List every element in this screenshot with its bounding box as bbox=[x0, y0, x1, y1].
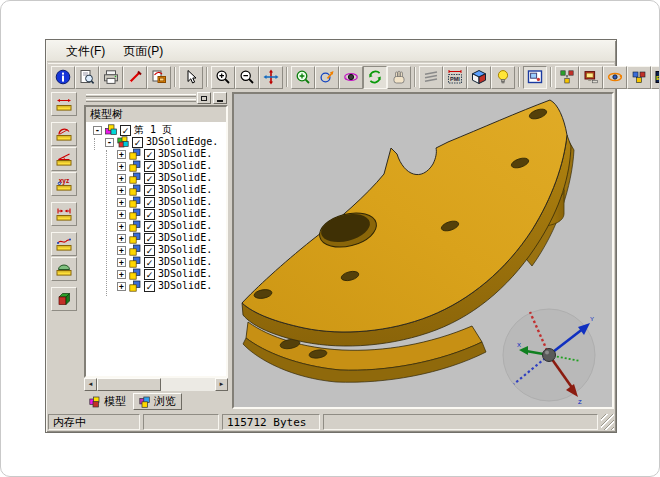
tree-horizontal-scrollbar[interactable]: ◄ ► bbox=[84, 378, 228, 391]
viewport-3d[interactable]: X Y Z bbox=[232, 92, 614, 409]
expand-icon[interactable]: + bbox=[117, 198, 126, 207]
bom-button[interactable]: BOM bbox=[651, 66, 660, 89]
part-icon bbox=[129, 256, 141, 268]
animation-button[interactable] bbox=[603, 66, 627, 89]
tab-model[interactable]: 模型 bbox=[84, 393, 131, 410]
measure-volume-button[interactable] bbox=[51, 287, 77, 311]
expand-icon[interactable]: + bbox=[117, 222, 126, 231]
measure-coordinate-button[interactable]: xyz bbox=[51, 172, 77, 196]
print-preview-icon bbox=[79, 69, 95, 85]
expand-icon[interactable]: + bbox=[117, 186, 126, 195]
pmi-button[interactable]: PMI bbox=[443, 66, 467, 89]
explode-button[interactable] bbox=[555, 66, 579, 89]
pan-button[interactable] bbox=[387, 66, 411, 89]
visibility-checkbox[interactable]: ✓ bbox=[120, 125, 131, 136]
viewport-mode-button[interactable] bbox=[523, 66, 547, 89]
visibility-checkbox[interactable]: ✓ bbox=[144, 161, 155, 172]
measure-gap-icon bbox=[56, 206, 72, 222]
part-icon bbox=[129, 196, 141, 208]
menu-page[interactable]: 页面(P) bbox=[114, 41, 172, 62]
bom-icon: BOM bbox=[655, 69, 660, 85]
tree-item-part[interactable]: +✓3DSolidE. bbox=[86, 220, 226, 232]
toolbar-separator bbox=[550, 67, 552, 87]
scroll-left-button[interactable]: ◄ bbox=[84, 378, 97, 391]
tree-item-part[interactable]: +✓3DSolidE. bbox=[86, 184, 226, 196]
tree-item-part[interactable]: +✓3DSolidE. bbox=[86, 244, 226, 256]
zoom-dynamic-button[interactable] bbox=[315, 66, 339, 89]
measure-curve-button[interactable] bbox=[51, 232, 77, 256]
about-button[interactable] bbox=[51, 66, 75, 89]
expand-icon[interactable]: + bbox=[117, 234, 126, 243]
resize-grip[interactable] bbox=[601, 414, 614, 430]
scroll-thumb[interactable] bbox=[97, 378, 161, 391]
pan-arrows-icon bbox=[263, 69, 279, 85]
layers-button[interactable] bbox=[419, 66, 443, 89]
zoom-out-button[interactable] bbox=[235, 66, 259, 89]
tree-item-part[interactable]: +✓3DSolidE. bbox=[86, 148, 226, 160]
tree-item-label: 3DSolidE. bbox=[158, 256, 212, 268]
visibility-checkbox[interactable]: ✓ bbox=[144, 209, 155, 220]
visibility-checkbox[interactable]: ✓ bbox=[144, 221, 155, 232]
expand-icon[interactable]: + bbox=[117, 150, 126, 159]
tree-item-part[interactable]: +✓3DSolidE. bbox=[86, 208, 226, 220]
measure-area-button[interactable] bbox=[51, 257, 77, 281]
zoom-fit-button[interactable] bbox=[259, 66, 283, 89]
tree-item-label: 第 1 页 bbox=[134, 124, 172, 136]
measure-gap-button[interactable] bbox=[51, 202, 77, 226]
measure-distance-button[interactable] bbox=[51, 92, 77, 116]
pane-gripper bbox=[86, 99, 196, 102]
spin-button[interactable] bbox=[363, 66, 387, 89]
lighting-button[interactable] bbox=[491, 66, 515, 89]
rotate-view-button[interactable] bbox=[339, 66, 363, 89]
visibility-checkbox[interactable]: ✓ bbox=[144, 149, 155, 160]
tree-item-label: 3DSolidE. bbox=[158, 148, 212, 160]
tree-item-part[interactable]: +✓3DSolidE. bbox=[86, 196, 226, 208]
tree-item-assembly[interactable]: -✓3DSolidEdge. bbox=[86, 136, 226, 148]
view-3d-button[interactable] bbox=[467, 66, 491, 89]
expand-icon[interactable]: + bbox=[117, 210, 126, 219]
visibility-checkbox[interactable]: ✓ bbox=[144, 185, 155, 196]
visibility-checkbox[interactable]: ✓ bbox=[144, 173, 155, 184]
select-button[interactable] bbox=[179, 66, 203, 89]
expand-icon[interactable]: + bbox=[117, 258, 126, 267]
zoom-in-button[interactable] bbox=[211, 66, 235, 89]
visibility-checkbox[interactable]: ✓ bbox=[144, 233, 155, 244]
measure-radius-button[interactable] bbox=[51, 122, 77, 146]
workstation-button[interactable] bbox=[579, 66, 603, 89]
print-button[interactable] bbox=[99, 66, 123, 89]
tree-item-page[interactable]: -✓第 1 页 bbox=[86, 124, 226, 136]
assembly-button[interactable] bbox=[627, 66, 651, 89]
part-icon bbox=[129, 184, 141, 196]
snapshot-button[interactable] bbox=[147, 66, 171, 89]
expand-icon[interactable]: + bbox=[117, 174, 126, 183]
tab-browse[interactable]: 浏览 bbox=[133, 393, 182, 410]
print-preview-button[interactable] bbox=[75, 66, 99, 89]
tree-item-part[interactable]: +✓3DSolidE. bbox=[86, 256, 226, 268]
annotate-button[interactable] bbox=[123, 66, 147, 89]
zoom-window-button[interactable] bbox=[291, 66, 315, 89]
visibility-checkbox[interactable]: ✓ bbox=[144, 245, 155, 256]
visibility-checkbox[interactable]: ✓ bbox=[144, 281, 155, 292]
measure-angle-button[interactable] bbox=[51, 147, 77, 171]
collapse-icon[interactable]: - bbox=[93, 126, 102, 135]
visibility-checkbox[interactable]: ✓ bbox=[144, 257, 155, 268]
expand-icon[interactable]: + bbox=[117, 246, 126, 255]
visibility-checkbox[interactable]: ✓ bbox=[144, 197, 155, 208]
expand-icon[interactable]: + bbox=[117, 282, 126, 291]
scroll-right-button[interactable]: ► bbox=[215, 378, 228, 391]
tree-item-part[interactable]: +✓3DSolidE. bbox=[86, 280, 226, 292]
tree-item-part[interactable]: +✓3DSolidE. bbox=[86, 232, 226, 244]
expand-icon[interactable]: + bbox=[117, 270, 126, 279]
check-icon: ✓ bbox=[146, 150, 154, 160]
tree-item-part[interactable]: +✓3DSolidE. bbox=[86, 172, 226, 184]
visibility-checkbox[interactable]: ✓ bbox=[132, 137, 143, 148]
menu-file[interactable]: 文件(F) bbox=[57, 41, 114, 62]
tree-item-part[interactable]: +✓3DSolidE. bbox=[86, 160, 226, 172]
pane-maximize-button[interactable] bbox=[197, 92, 211, 104]
tree-item-part[interactable]: +✓3DSolidE. bbox=[86, 268, 226, 280]
expand-icon[interactable]: + bbox=[117, 162, 126, 171]
visibility-checkbox[interactable]: ✓ bbox=[144, 269, 155, 280]
pane-hide-button[interactable] bbox=[213, 92, 227, 104]
pane-header[interactable] bbox=[84, 92, 228, 105]
collapse-icon[interactable]: - bbox=[105, 138, 114, 147]
